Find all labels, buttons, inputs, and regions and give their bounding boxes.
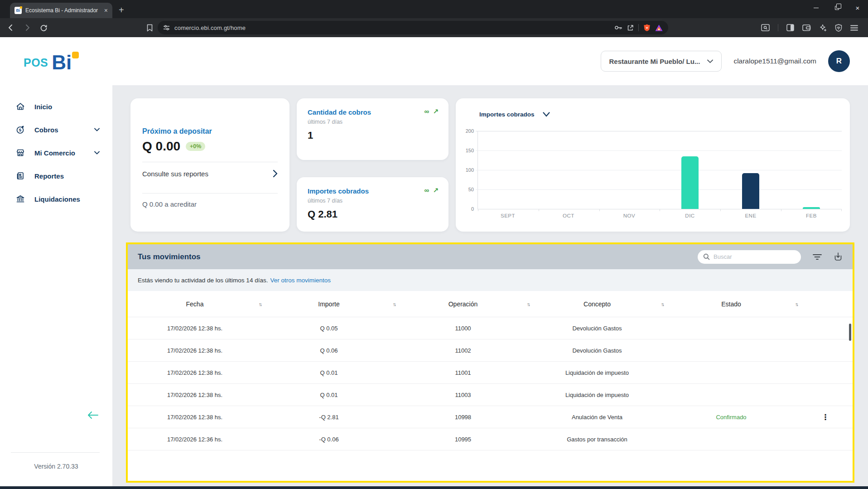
- share-icon[interactable]: [627, 24, 634, 31]
- cell-operacion: 10995: [396, 458, 530, 460]
- chart-slot-dic: [660, 131, 720, 209]
- acreditar-label: Q 0.00 a acreditar: [142, 200, 278, 208]
- leo-ai-icon[interactable]: [819, 24, 827, 32]
- sort-icon[interactable]: ↑↓: [259, 301, 261, 307]
- chart-title: Importes cobrados: [479, 111, 535, 118]
- cell-fecha: 17/02/2026 12:36 hs.: [128, 458, 262, 460]
- x-axis-label: SEPT: [477, 213, 538, 218]
- cell-importe: Q 0.01: [262, 392, 396, 398]
- proximo-a-depositar-card: Próximo a depositar Q 0.00 +0% Consulte …: [130, 98, 289, 232]
- export-download-icon[interactable]: [834, 252, 843, 261]
- row-menu-kebab-icon[interactable]: ⋮: [798, 412, 853, 422]
- sidebar-item-label: Liquidaciones: [34, 195, 100, 203]
- sidebar-item-reportes[interactable]: Reportes: [0, 165, 112, 188]
- column-header-concepto[interactable]: Concepto↑↓: [530, 300, 664, 308]
- x-axis-label: ENE: [720, 213, 781, 218]
- column-header-fecha[interactable]: Fecha↑↓: [128, 300, 262, 308]
- password-key-icon[interactable]: [614, 24, 622, 31]
- search-panel-icon[interactable]: [761, 24, 770, 31]
- card-title: Cantidad de cobros: [308, 108, 438, 116]
- svg-text:$: $: [19, 127, 22, 132]
- x-axis-label: DIC: [660, 213, 720, 218]
- column-header-label: Concepto: [583, 300, 611, 308]
- column-header-operacion[interactable]: Operación↑↓: [396, 300, 530, 308]
- browser-titlebar: Bi Ecosistema Bi - Administrador × + ×: [0, 0, 868, 18]
- reports-icon: [15, 171, 25, 181]
- divider: [638, 24, 639, 31]
- ver-otros-movimientos-link[interactable]: Ver otros movimientos: [270, 277, 331, 284]
- cell-operacion: 11001: [396, 369, 530, 376]
- sort-icon[interactable]: ↑↓: [661, 301, 663, 307]
- consulte-reportes-link[interactable]: Consulte sus reportes: [142, 162, 278, 185]
- sidebar-item-liquidaciones[interactable]: Liquidaciones: [0, 188, 112, 211]
- bookmarks-icon[interactable]: [146, 24, 153, 32]
- table-scrollbar[interactable]: [849, 324, 851, 341]
- table-row[interactable]: 17/02/2026 12:38 hs.Q 0.0111001Liquidaci…: [128, 362, 853, 384]
- x-axis-tick: [841, 209, 842, 211]
- bar-chart: 200150100500: [477, 131, 842, 209]
- site-settings-icon[interactable]: [163, 24, 170, 31]
- browser-toolbar: comercio.ebi.com.gt/home: [0, 18, 868, 37]
- merchant-selector[interactable]: Restaurante Mi Pueblo/ Lu...: [601, 51, 722, 72]
- collapse-sidebar-arrow-icon[interactable]: [87, 411, 99, 419]
- bar-feb: [803, 207, 820, 209]
- store-icon: [15, 148, 25, 158]
- minimize-button[interactable]: [805, 0, 826, 15]
- menu-icon[interactable]: [850, 25, 858, 31]
- reports-link-label: Consulte sus reportes: [142, 170, 208, 178]
- table-row[interactable]: 17/02/2026 12:38 hs.Q 0.0111003Liquidaci…: [128, 384, 853, 406]
- logo-pos-text: POS: [24, 56, 48, 72]
- tab-title: Ecosistema Bi - Administrador: [25, 7, 101, 14]
- logo-bi-text: Bi: [52, 53, 72, 72]
- sidebar-item-mi-comercio[interactable]: Mi Comercio: [0, 141, 112, 165]
- tab-close-icon[interactable]: ×: [104, 7, 108, 14]
- column-header-importe[interactable]: Importe↑↓: [262, 300, 396, 308]
- search-box[interactable]: [698, 250, 801, 264]
- restore-button[interactable]: [826, 0, 847, 15]
- new-tab-button[interactable]: +: [119, 5, 124, 15]
- brave-shield-icon[interactable]: [643, 24, 651, 32]
- sort-icon[interactable]: ↑↓: [795, 301, 797, 307]
- sort-icon[interactable]: ↑↓: [527, 301, 529, 307]
- sidebar-item-label: Reportes: [34, 172, 100, 180]
- chart-slot-feb: [781, 131, 842, 209]
- chevron-down-icon: [707, 59, 713, 63]
- avatar[interactable]: R: [828, 50, 850, 72]
- y-axis-tick-label: 0: [471, 206, 474, 212]
- forward-button[interactable]: [24, 24, 31, 31]
- extension-triangle-icon[interactable]: [655, 24, 663, 31]
- back-button[interactable]: [7, 24, 14, 31]
- bar-ene: [742, 173, 759, 209]
- chart-slot-ene: [720, 131, 781, 209]
- cell-operacion: 10998: [396, 414, 530, 421]
- card-title: Importes cobrados: [308, 187, 438, 195]
- cell-operacion: 11002: [396, 347, 530, 354]
- filter-icon[interactable]: [813, 254, 822, 260]
- wallet-icon[interactable]: [802, 24, 811, 31]
- search-input[interactable]: [714, 253, 796, 260]
- card-title: Próximo a depositar: [142, 127, 278, 136]
- chevron-down-icon: [94, 151, 100, 155]
- movements-rows: 17/02/2026 12:38 hs.Q 0.0511000Devolució…: [128, 317, 853, 460]
- cell-importe: Q 0.05: [262, 325, 396, 332]
- sidebar-toggle-icon[interactable]: [786, 24, 794, 31]
- table-row[interactable]: 17/02/2026 12:38 hs.Q 0.0611002Devolució…: [128, 339, 853, 362]
- browser-tab[interactable]: Bi Ecosistema Bi - Administrador ×: [10, 3, 112, 18]
- table-row[interactable]: 17/02/2026 12:36 hs.-Q 0.0610995Gastos p…: [128, 428, 853, 450]
- sidebar-item-inicio[interactable]: Inicio: [0, 95, 112, 118]
- cell-fecha: 17/02/2026 12:38 hs.: [128, 325, 262, 332]
- sidebar-item-cobros[interactable]: $ Cobros: [0, 118, 112, 141]
- chart-dropdown-icon[interactable]: [543, 112, 550, 117]
- cell-importe: Q 0.06: [262, 347, 396, 354]
- table-row[interactable]: 17/02/2026 12:38 hs.-Q 2.8110998Anulació…: [128, 406, 853, 428]
- table-row-partial[interactable]: 17/02/2026 12:36 hs.-Q 0.0610995Gastos p…: [128, 450, 853, 460]
- reload-button[interactable]: [40, 24, 48, 32]
- vpn-shield-icon[interactable]: [835, 24, 842, 32]
- column-header-estado[interactable]: Estado↑↓: [664, 300, 798, 308]
- url-bar[interactable]: comercio.ebi.com.gt/home: [158, 21, 668, 34]
- close-button[interactable]: ×: [847, 0, 868, 15]
- divider: [778, 24, 778, 31]
- sort-icon[interactable]: ↑↓: [393, 301, 395, 307]
- x-axis-tick: [539, 209, 539, 211]
- table-row[interactable]: 17/02/2026 12:38 hs.Q 0.0511000Devolució…: [128, 317, 853, 339]
